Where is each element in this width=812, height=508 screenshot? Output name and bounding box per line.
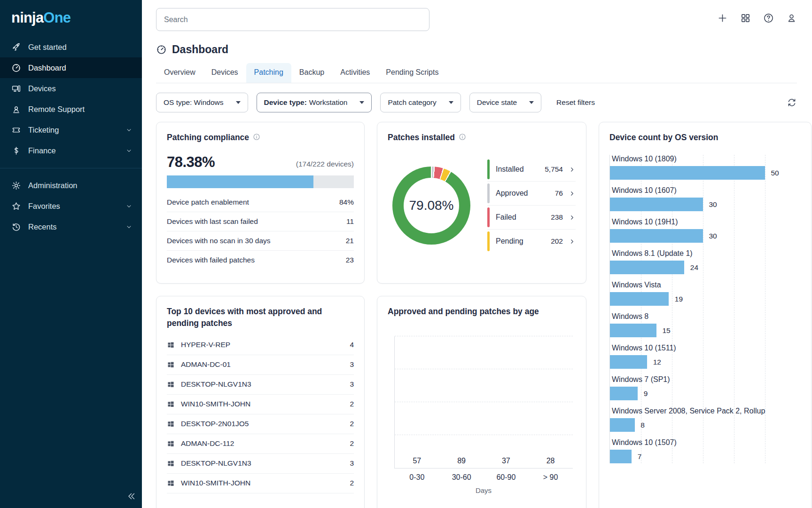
os-bar-value: 30 xyxy=(709,200,717,209)
os-bar-row: Windows 8 15 xyxy=(610,312,781,337)
device-row[interactable]: ADMAN-DC-112 2 xyxy=(167,434,354,454)
device-patch-count: 2 xyxy=(350,400,354,408)
legend-item[interactable]: Failed 238 xyxy=(487,206,576,230)
windows-icon xyxy=(167,460,175,468)
add-icon[interactable] xyxy=(717,13,728,24)
sidebar-item[interactable]: Remote Support xyxy=(0,99,142,119)
dashboard-tab[interactable]: Overview xyxy=(156,63,203,83)
device-type-filter[interactable]: Device type:Workstation xyxy=(257,93,372,112)
sidebar-item-icon xyxy=(11,84,21,94)
chevron-right-icon xyxy=(569,166,576,173)
sidebar-item[interactable]: Get started xyxy=(0,37,142,57)
device-row[interactable]: DESKTOP-NLGV1N3 3 xyxy=(167,454,354,474)
sidebar-item[interactable]: Recents xyxy=(0,216,142,237)
device-patch-count: 3 xyxy=(350,380,354,389)
device-row[interactable]: WIN10-SMITH-JOHN 2 xyxy=(167,395,354,414)
device-row[interactable]: WIN10-SMITH-JOHN 2 xyxy=(167,474,354,493)
chevron-right-icon xyxy=(569,190,576,197)
collapse-sidebar-button[interactable] xyxy=(126,491,136,501)
chevron-down-icon xyxy=(125,203,133,210)
age-bar-value: 57 xyxy=(413,457,421,465)
os-bar-row: Windows 7 (SP1) 9 xyxy=(610,375,781,400)
refresh-icon[interactable] xyxy=(787,97,797,108)
compliance-stat-row: Device patch enablement 84% xyxy=(167,193,354,212)
dashboard-gauge-icon xyxy=(156,44,167,55)
caret-down-icon xyxy=(449,101,453,104)
sidebar-item[interactable]: Finance xyxy=(0,140,142,161)
os-bar-row: Windows 10 (1507) 7 xyxy=(610,438,781,463)
os-bar-row: Windows 10 (19H1) 30 xyxy=(610,218,781,243)
reset-filters-button[interactable]: Reset filters xyxy=(554,98,598,107)
os-bar-value: 7 xyxy=(638,452,642,461)
sidebar-item[interactable]: Devices xyxy=(0,78,142,99)
os-label: Windows Vista xyxy=(612,281,781,289)
gridline xyxy=(395,369,573,369)
age-x-axis-labels: 0-30 30-60 60-90 > 90 xyxy=(394,473,573,482)
card-title: Patching compliance xyxy=(167,132,249,143)
age-bar-value: 37 xyxy=(502,457,510,465)
legend-item[interactable]: Pending 202 xyxy=(487,230,576,253)
patches-by-age-card: Approved and pending patches by age 57 8… xyxy=(377,296,586,508)
device-row[interactable]: HYPER-V-REP 4 xyxy=(167,335,354,355)
device-row[interactable]: DESKTOP-NLGV1N3 3 xyxy=(167,375,354,395)
card-title: Approved and pending patches by age xyxy=(388,306,539,318)
age-bar-value: 28 xyxy=(547,457,555,465)
top-devices-card: Top 10 devices with most approved and pe… xyxy=(156,296,365,508)
sidebar-item[interactable]: Favorites xyxy=(0,196,142,216)
sidebar-item[interactable]: Ticketing xyxy=(0,119,142,140)
search-input[interactable] xyxy=(156,8,429,31)
sidebar-item[interactable]: Administration xyxy=(0,175,142,196)
dashboard-tab[interactable]: Pending Scripts xyxy=(378,63,446,83)
device-row[interactable]: DESKTOP-2N01JO5 2 xyxy=(167,414,354,434)
os-bar xyxy=(610,292,669,306)
dashboard-tab[interactable]: Activities xyxy=(332,63,378,83)
os-label: Windows 10 (1511) xyxy=(612,344,781,352)
device-patch-count: 3 xyxy=(350,360,354,369)
legend-value: 238 xyxy=(551,213,563,222)
chevron-right-icon xyxy=(569,214,576,221)
sidebar-item-label: Get started xyxy=(28,43,67,52)
user-profile-icon[interactable] xyxy=(786,13,797,24)
dashboard-tab[interactable]: Patching xyxy=(246,63,291,83)
legend-label: Approved xyxy=(496,189,528,198)
patch-category-filter[interactable]: Patch category xyxy=(380,93,461,112)
stat-label: Devices with no scan in 30 days xyxy=(167,237,271,245)
device-state-filter[interactable]: Device state xyxy=(469,93,541,112)
dashboard-tab[interactable]: Backup xyxy=(291,63,332,83)
sidebar-item-label: Finance xyxy=(28,146,56,155)
os-bar-value: 19 xyxy=(675,295,683,303)
ninjaone-logo[interactable]: ninjaOne xyxy=(0,0,142,33)
device-row[interactable]: ADMAN-DC-01 3 xyxy=(167,355,354,375)
legend-item[interactable]: Installed 5,754 xyxy=(487,158,576,182)
compliance-summary: 78.38% (174/222 devices) xyxy=(167,154,354,171)
info-icon[interactable] xyxy=(459,133,466,141)
dashboard-tabs: Overview Devices Patching Backup Activit… xyxy=(156,63,797,83)
apps-grid-icon[interactable] xyxy=(740,13,751,24)
compliance-device-count: (174/222 devices) xyxy=(296,160,354,171)
help-icon[interactable] xyxy=(763,13,774,24)
os-type-filter[interactable]: OS type: Windows xyxy=(156,93,248,112)
sidebar-item-icon xyxy=(11,104,21,114)
os-bar-value: 50 xyxy=(771,169,779,177)
sidebar-item-label: Recents xyxy=(28,222,57,231)
stat-value: 11 xyxy=(346,217,354,226)
main-content: Dashboard Overview Devices Patching Back… xyxy=(142,0,812,508)
card-title-row: Approved and pending patches by age xyxy=(388,306,576,318)
compliance-stat-row: Devices with failed patches 23 xyxy=(167,251,354,270)
sidebar-item-label: Remote Support xyxy=(28,105,85,114)
donut-center-label: 79.08% xyxy=(392,167,470,245)
os-label: Windows 10 (1809) xyxy=(612,155,781,163)
dashboard-tab[interactable]: Devices xyxy=(203,63,246,83)
os-bar-value: 24 xyxy=(690,263,698,272)
sidebar-item-icon xyxy=(11,201,21,211)
legend-color-bar xyxy=(487,231,490,251)
legend-item[interactable]: Approved 76 xyxy=(487,182,576,206)
os-label: Windows 10 (1507) xyxy=(612,438,781,447)
legend-value: 76 xyxy=(555,189,563,198)
windows-icon xyxy=(167,420,175,428)
device-name: DESKTOP-NLGV1N3 xyxy=(181,459,251,468)
os-bar-row: Windows 8.1 (Update 1) 24 xyxy=(610,249,781,274)
info-icon[interactable] xyxy=(253,133,260,141)
sidebar-item[interactable]: Dashboard xyxy=(0,57,142,78)
age-bar-value: 89 xyxy=(457,457,466,465)
